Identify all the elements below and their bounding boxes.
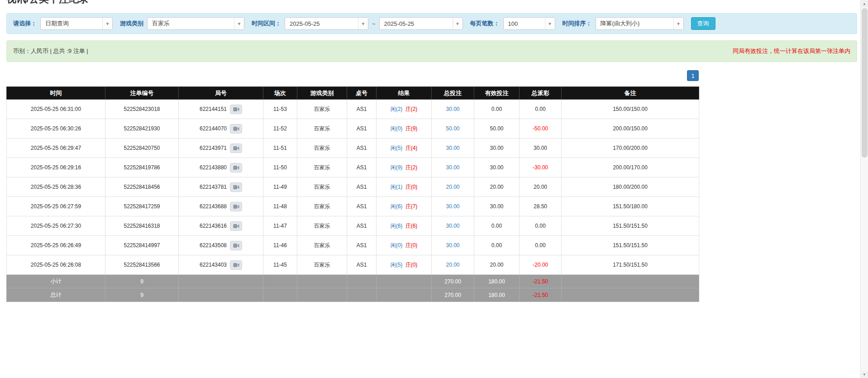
page-size-label: 每页笔数： [470,19,500,28]
cell-total-bet: 30.00 [432,216,474,236]
cell-payout: -20.00 [520,255,562,275]
total-payout: -21.50 [533,292,548,298]
cell-payout: 0.00 [520,236,562,255]
col-header-table-no: 桌号 [347,87,377,100]
video-replay-icon[interactable] [230,202,242,211]
col-header-round-id: 局号 [179,87,263,100]
chevron-down-icon: ▾ [102,18,112,29]
cell-payout: -50.00 [520,119,562,139]
cell-time: 2025-05-25 06:29:16 [7,158,105,177]
table-header: 时间 注单编号 局号 场次 游戏类别 桌号 结果 总投注 有效投注 总派彩 备注 [7,87,699,100]
cell-result: 闲(9) 庄(2) [377,158,432,177]
video-replay-icon[interactable] [230,124,242,134]
cell-remark: 180.00/200.00 [562,177,699,197]
result-player: 闲(5) [391,145,403,151]
result-banker: 庄(4) [405,145,418,151]
date-to-select[interactable]: 2025-05-25 ▾ [379,17,463,30]
scrollbar-down-arrow-icon[interactable]: ▼ [861,371,868,378]
cell-game-type: 百家乐 [297,197,347,216]
video-replay-icon[interactable] [230,105,242,114]
cell-total-bet: 30.00 [432,139,474,158]
cell-round-id: 622143781 [179,177,263,197]
date-from-select[interactable]: 2025-05-25 ▾ [285,17,368,30]
scrollbar-thumb[interactable] [862,8,868,158]
page-size-select[interactable]: 100 ▾ [503,17,555,30]
cell-remark: 170.00/200.00 [562,139,699,158]
cell-valid-bet: 30.00 [474,158,520,177]
payout-value: 0.00 [535,106,545,112]
cell-payout: 30.00 [520,139,562,158]
cell-total-bet: 20.00 [432,177,474,197]
game-type-select[interactable]: 百家乐 ▾ [147,17,244,30]
cell-remark: 171.50/151.50 [562,255,699,275]
subtotal-count: 9 [105,275,179,288]
cell-total-bet: 30.00 [432,236,474,255]
table-row: 2025-05-25 06:26:49 522528414997 6221435… [7,236,699,255]
chevron-down-icon: ▾ [453,18,463,29]
subtotal-row: 小计 9 270.00 180.00 -21.50 [7,275,699,288]
total-row: 总计 9 270.00 180.00 -21.50 [7,288,699,302]
cell-session: 11-53 [263,100,297,119]
cell-result: 闲(1) 庄(0) [377,177,432,197]
cell-total-bet: 20.00 [432,255,474,275]
total-bet-link[interactable]: 30.00 [446,164,459,171]
cell-game-type: 百家乐 [297,119,347,139]
page-title-clip: 视讯/公类下注纪录 [6,0,857,6]
filter-bar: 请选择： 日期查询 ▾ 游戏类别 百家乐 ▾ 时间区间： 2025-05-25 … [6,13,857,34]
cell-session: 11-48 [263,197,297,216]
table-footer: 小计 9 270.00 180.00 -21.50 总计 9 270.00 18… [7,275,699,302]
video-replay-icon[interactable] [230,144,242,153]
video-replay-icon[interactable] [230,241,242,250]
total-bet-link[interactable]: 30.00 [446,242,459,249]
result-banker: 庄(0) [405,262,418,268]
result-player: 闲(0) [391,242,403,249]
cell-total-bet: 30.00 [432,158,474,177]
total-bet-link[interactable]: 30.00 [446,145,459,151]
pagination-page-1[interactable]: 1 [687,70,699,81]
cell-table-no: AS1 [347,119,377,139]
cell-remark: 151.50/151.50 [562,236,699,255]
total-bet-link[interactable]: 30.00 [446,203,459,210]
cell-total-bet: 50.00 [432,119,474,139]
total-bet-link[interactable]: 50.00 [446,125,459,132]
result-banker: 庄(2) [405,164,418,171]
result-player: 闲(6) [391,223,403,229]
query-type-select[interactable]: 日期查询 ▾ [40,17,113,30]
cell-result: 闲(6) 庄(7) [377,197,432,216]
video-replay-icon[interactable] [230,260,242,270]
cell-result: 闲(0) 庄(9) [377,119,432,139]
cell-remark: 150.00/150.00 [562,100,699,119]
payout-value: -20.00 [533,262,548,268]
sort-order-label: 时间排序： [563,19,592,28]
total-bet-link[interactable]: 30.00 [446,106,459,112]
chevron-down-icon: ▾ [545,18,555,29]
result-player: 闲(6) [391,203,403,210]
cell-round-id: 622143616 [179,216,263,236]
scrollbar-up-arrow-icon[interactable]: ▲ [861,0,868,7]
vertical-scrollbar[interactable]: ▲ ▼ [860,0,868,378]
sort-order-select[interactable]: 降冪(由大到小) ▾ [596,17,684,30]
total-bet-link[interactable]: 30.00 [446,223,459,229]
cell-time: 2025-05-25 06:27:59 [7,197,105,216]
search-button[interactable]: 查询 [691,17,715,30]
cell-time: 2025-05-25 06:28:36 [7,177,105,197]
cell-bet-id: 522528419786 [105,158,179,177]
video-replay-icon[interactable] [230,163,242,172]
cell-bet-id: 522528416318 [105,216,179,236]
result-banker: 庄(0) [405,242,418,249]
cell-valid-bet: 30.00 [474,139,520,158]
cell-remark: 200.00/170.00 [562,158,699,177]
video-replay-icon[interactable] [230,221,242,231]
cell-session: 11-51 [263,139,297,158]
cell-time: 2025-05-25 06:27:30 [7,216,105,236]
cell-bet-id: 522528413566 [105,255,179,275]
cell-result: 闲(0) 庄(0) [377,236,432,255]
video-replay-icon[interactable] [230,182,242,192]
cell-payout: 0.00 [520,100,562,119]
total-bet-link[interactable]: 20.00 [446,262,459,268]
result-banker: 庄(2) [405,106,418,112]
table-row: 2025-05-25 06:27:59 522528417259 6221436… [7,197,699,216]
cell-valid-bet: 20.00 [474,177,520,197]
total-bet-link[interactable]: 20.00 [446,184,459,190]
payout-value: 20.00 [534,184,547,190]
